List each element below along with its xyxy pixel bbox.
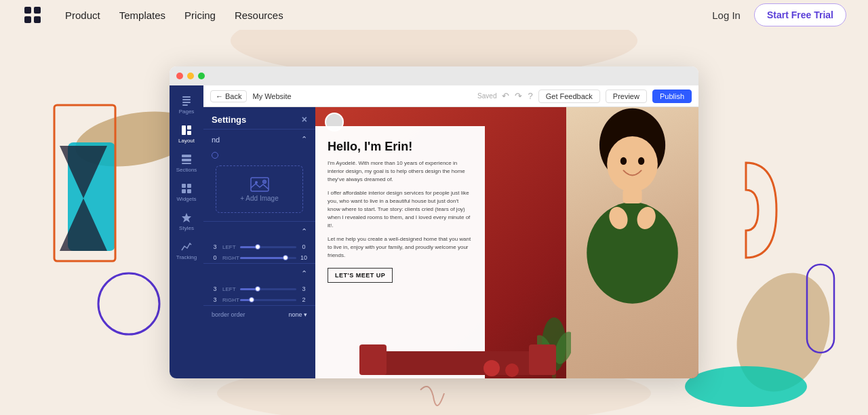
- publish-button[interactable]: Publish: [652, 90, 692, 103]
- section-1-chevron: ⌃: [301, 135, 307, 144]
- redo-icon[interactable]: ↷: [515, 91, 522, 101]
- settings-title: Settings: [212, 115, 246, 125]
- add-image-block[interactable]: + Add Image: [216, 165, 303, 213]
- svg-rect-21: [182, 159, 191, 161]
- svg-rect-13: [182, 96, 191, 98]
- border-label: border order: [212, 311, 245, 318]
- sidebar-widgets-label: Widgets: [177, 196, 197, 202]
- help-icon[interactable]: ?: [528, 91, 532, 101]
- cta-button[interactable]: LET'S MEET UP: [328, 268, 393, 283]
- nav-pricing[interactable]: Pricing: [184, 9, 216, 21]
- login-button[interactable]: Log In: [712, 9, 741, 21]
- svg-rect-46: [529, 344, 556, 375]
- slider-1-label: LEFT: [222, 244, 237, 250]
- svg-rect-17: [182, 125, 186, 135]
- editor-sidebar: Pages Layout Sections Widgets: [170, 85, 203, 378]
- slider-3-track[interactable]: [240, 288, 296, 290]
- person-photo-container: [566, 107, 698, 378]
- hero-intro: I'm Ayodelé. With more than 10 years of …: [328, 159, 473, 184]
- svg-rect-18: [187, 125, 191, 130]
- svg-rect-10: [34, 7, 41, 14]
- slider-3-label: LEFT: [222, 286, 237, 292]
- sidebar-styles-label: Styles: [179, 225, 194, 231]
- slider-1-track[interactable]: [240, 246, 296, 248]
- svg-point-33: [607, 136, 658, 192]
- svg-rect-14: [182, 99, 191, 100]
- svg-rect-19: [187, 131, 191, 135]
- sidebar-sections-label: Sections: [176, 167, 197, 173]
- photo-background: [566, 107, 698, 378]
- hero-title: Hello, I'm Erin!: [328, 140, 473, 154]
- nav-templates[interactable]: Templates: [119, 9, 165, 21]
- settings-section-3: ⌃ 3 LEFT 3: [203, 263, 315, 305]
- settings-panel: Settings × nd ⌃: [203, 107, 315, 378]
- website-preview: Hello, I'm Erin! I'm Ayodelé. With more …: [315, 107, 698, 378]
- svg-rect-15: [182, 102, 191, 103]
- sidebar-item-layout[interactable]: Layout: [172, 120, 201, 148]
- settings-section-1-header[interactable]: nd ⌃: [203, 130, 315, 149]
- browser-mockup: Pages Layout Sections Widgets: [170, 66, 698, 378]
- slider-1-left-val: 3: [210, 243, 220, 250]
- browser-body: Pages Layout Sections Widgets: [170, 85, 698, 378]
- start-trial-button[interactable]: Start Free Trial: [754, 3, 846, 26]
- svg-point-48: [505, 363, 519, 377]
- sidebar-item-sections[interactable]: Sections: [172, 149, 201, 177]
- slider-2-track[interactable]: [240, 257, 296, 259]
- nav-resources[interactable]: Resources: [235, 9, 283, 21]
- border-value: none ▾: [288, 311, 307, 318]
- settings-header: Settings ×: [203, 107, 315, 129]
- sliders-chevron: ⌃: [301, 227, 307, 236]
- svg-point-36: [620, 157, 626, 165]
- slider-3-right-val: 3: [299, 285, 309, 292]
- svg-rect-9: [24, 7, 31, 14]
- browser-dot-yellow: [187, 73, 194, 79]
- sidebar-item-styles[interactable]: Styles: [172, 208, 201, 235]
- slider-row-4: 3 RIGHT 2: [203, 294, 315, 305]
- slider-4-label: RIGHT: [222, 297, 237, 303]
- svg-rect-26: [187, 189, 191, 193]
- main-content: Pages Layout Sections Widgets: [0, 30, 868, 415]
- feedback-button[interactable]: Get Feedback: [538, 90, 600, 103]
- editor-toolbar: ← Back My Website Saved ↶ ↷ ? Get Feedba…: [203, 85, 698, 107]
- sidebar-tracking-label: Tracking: [176, 254, 197, 260]
- navbar: Product Templates Pricing Resources Log …: [0, 0, 868, 30]
- nav-product[interactable]: Product: [65, 9, 100, 21]
- slider-4-track[interactable]: [240, 299, 296, 301]
- furniture-hint: [349, 338, 566, 378]
- svg-rect-45: [359, 344, 387, 375]
- back-button[interactable]: ← Back: [210, 90, 247, 102]
- slider-row-3: 3 LEFT 3: [203, 283, 315, 294]
- add-image-label: + Add Image: [240, 195, 278, 202]
- sidebar-item-widgets[interactable]: Widgets: [172, 178, 201, 206]
- slider-3-left-val: 3: [210, 285, 220, 292]
- svg-rect-11: [24, 16, 31, 23]
- slider-1-right-val: 0: [299, 243, 309, 250]
- hero-para2: I offer affordable interior design servi…: [328, 189, 473, 230]
- svg-rect-22: [182, 163, 191, 164]
- svg-point-37: [637, 157, 644, 165]
- settings-section-sliders-header[interactable]: ⌃: [203, 222, 315, 241]
- svg-rect-44: [363, 351, 553, 375]
- settings-section-sliders: ⌃ 3 LEFT 0: [203, 221, 315, 263]
- settings-close-button[interactable]: ×: [302, 114, 307, 125]
- section-3-chevron: ⌃: [301, 269, 307, 278]
- sidebar-item-tracking[interactable]: Tracking: [172, 237, 201, 264]
- slider-2-label: RIGHT: [222, 255, 237, 261]
- browser-dot-red: [176, 73, 183, 79]
- slider-row-1: 3 LEFT 0: [203, 241, 315, 252]
- settings-section-1: nd ⌃: [203, 129, 315, 221]
- slider-row-2: 0 RIGHT 10: [203, 252, 315, 263]
- site-name-label: My Website: [252, 92, 291, 100]
- undo-icon[interactable]: ↶: [502, 91, 509, 101]
- hero-para3: Let me help you create a well-designed h…: [328, 235, 473, 260]
- slider-2-right-val: 10: [299, 254, 309, 261]
- svg-point-34: [587, 202, 678, 304]
- sidebar-item-pages[interactable]: Pages: [172, 91, 201, 119]
- slider-4-right-val: 2: [299, 296, 309, 303]
- browser-dot-green: [198, 73, 205, 79]
- logo: [22, 4, 43, 26]
- settings-section-3-header[interactable]: ⌃: [203, 264, 315, 283]
- preview-button[interactable]: Preview: [606, 90, 647, 103]
- nav-links: Product Templates Pricing Resources: [65, 9, 712, 21]
- svg-rect-12: [34, 16, 41, 23]
